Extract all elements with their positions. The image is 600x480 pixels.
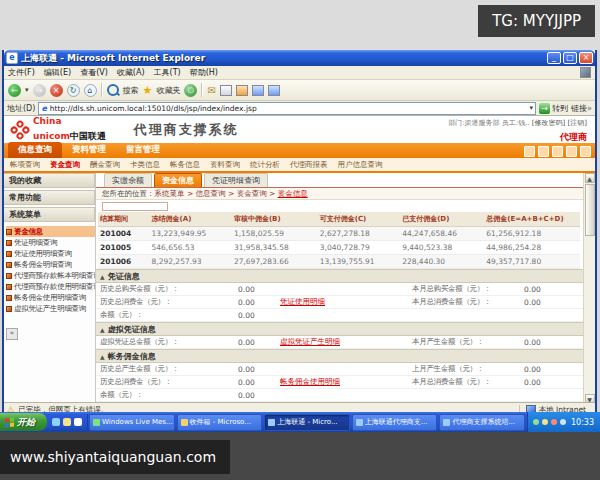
sidebar-item[interactable]: 帐务佣金明细查询 [6,259,95,270]
start-button[interactable]: 开始 [0,413,47,431]
tray-icon[interactable] [560,419,566,425]
sidebar-item[interactable]: 凭证明细查询 [6,237,95,248]
nav-tab-info-query[interactable]: 信息查询 [8,142,62,158]
tab-voucher-detail[interactable]: 凭证明细查询 [204,173,268,187]
portal-icon[interactable] [538,146,549,157]
nav-tab-message-mgmt[interactable]: 留言管理 [116,142,170,158]
sidebar-item[interactable]: 代理商预存款使用明细查询 [6,281,95,292]
search-icon[interactable] [107,84,119,96]
table-header-row: 结算期间 冻结佣金(A) 审核中佣金(B) 可支付佣金(C) 已支付佣金(D) … [98,212,580,227]
taskbar-button-ie[interactable]: 代理商支撑系统培... [439,414,525,431]
back-button[interactable] [8,84,21,97]
favorites-label[interactable]: 收藏夹 [156,85,180,96]
change-password-link[interactable]: [修改密码] [532,119,565,127]
edit-icon[interactable] [236,85,248,96]
section-header-virtual-voucher[interactable]: 虚拟凭证信息 [96,322,583,336]
subnav-item[interactable]: 统计分析 [250,160,280,170]
sidebar-item[interactable]: 虚拟凭证产生明细查询 [6,303,95,314]
virtual-voucher-detail-link[interactable]: 虚拟凭证产生明细 [280,337,412,347]
main-nav: 信息查询 资料管理 留言管理 [4,143,595,158]
subnav-item[interactable]: 资料查询 [210,160,240,170]
filter-box[interactable] [102,202,168,211]
page-scrollbar[interactable] [583,173,595,402]
subnav-item[interactable]: 酬金查询 [90,160,120,170]
portal-icon[interactable] [580,146,591,157]
subnav-item-funds-query[interactable]: 资金查询 [50,160,80,170]
history-icon[interactable] [184,84,197,97]
taskbar-button-ie[interactable]: 上海联通代理商支... [352,414,438,431]
subnav-item[interactable]: 卡类信息 [130,160,160,170]
maximize-button[interactable] [563,52,577,64]
sidebar-item-funds-info[interactable]: 资金信息 [6,226,95,237]
section-header-account-commission[interactable]: 帐务佣金信息 [96,349,583,363]
address-input[interactable]: e http://dls.sh.unicom.local:15010/dls/j… [38,102,536,115]
discuss-icon[interactable] [268,85,280,96]
voucher-usage-detail-link[interactable]: 凭证使用明细 [280,297,412,307]
quick-launch-icon[interactable] [74,418,82,426]
sidebar-section-favorites[interactable]: 我的收藏 [4,173,95,188]
go-button[interactable]: 转到 [539,103,568,114]
sidebar-item[interactable]: 凭证使用明细查询 [6,248,95,259]
breadcrumb-item-current[interactable]: 资金信息 [278,189,308,199]
breadcrumb-item[interactable]: 资金查询 [237,189,278,199]
sidebar-section-common[interactable]: 常用功能 [4,190,95,205]
menu-favorites[interactable]: 收藏(A) [117,67,145,78]
quick-launch-desktop-icon[interactable] [63,418,71,426]
minimize-button[interactable] [547,52,561,64]
menu-view[interactable]: 查看(V) [80,67,108,78]
breadcrumb-item[interactable]: 信息查询 [196,189,237,199]
home-button[interactable] [84,84,97,97]
favorites-icon[interactable] [143,84,153,97]
menu-help[interactable]: 帮助(H) [190,67,218,78]
section-row: 虚拟凭证总金额（元）： 0.00 虚拟凭证产生明细 本月产生金额（元）： 0.0… [96,336,583,349]
content-tabs: 实缴余额 资金信息 凭证明细查询 [96,173,583,188]
taskbar-button-ie-active[interactable]: 上海联通 - Micro... [264,414,350,431]
tray-icon[interactable] [533,419,539,425]
logout-link[interactable]: [注销] [568,119,587,127]
print-icon[interactable] [220,85,232,96]
title-bar[interactable]: e 上海联通 - Microsoft Internet Explorer [4,50,595,66]
scroll-up-icon[interactable] [585,173,595,183]
back-dropdown-icon[interactable] [25,86,29,94]
mail-icon[interactable] [207,85,215,96]
subnav-item[interactable]: 帐项查询 [10,160,40,170]
taskbar-button-messenger[interactable]: Windows Live Mes... [89,414,175,431]
tray-icon[interactable] [551,419,557,425]
menu-bar: 文件(F) 编辑(E) 查看(V) 收藏(A) 工具(T) 帮助(H) [4,66,595,80]
refresh-button[interactable] [67,84,80,97]
watermark-top: TG: MYYJJPP [478,5,595,37]
taskbar-button-inbox[interactable]: 收件箱 - Microso... [177,414,263,431]
sidebar-section-system-menu[interactable]: 系统菜单 [4,207,95,222]
stop-button[interactable] [50,84,63,97]
sidebar-collapse-button[interactable] [6,328,18,340]
address-dropdown-icon[interactable] [530,104,534,112]
scrollbar-thumb[interactable] [585,184,595,236]
commission-usage-detail-link[interactable]: 帐务佣金使用明细 [280,377,412,387]
subnav-item[interactable]: 帐务信息 [170,160,200,170]
menu-tools[interactable]: 工具(T) [154,67,181,78]
tab-funds-info[interactable]: 资金信息 [154,173,202,187]
messenger-icon[interactable] [252,85,264,96]
quick-launch-ie-icon[interactable] [52,418,60,426]
portal-icon[interactable] [566,146,577,157]
search-label[interactable]: 搜索 [123,85,139,96]
portal-icon[interactable] [552,146,563,157]
links-label[interactable]: 链接 [571,103,592,114]
tray-icon[interactable] [542,419,548,425]
section-header-voucher[interactable]: 凭证信息 [96,269,583,283]
forward-button[interactable] [33,84,46,97]
subnav-item[interactable]: 代理商报表 [290,160,328,170]
menu-edit[interactable]: 编辑(E) [44,67,71,78]
sidebar-item[interactable]: 代理商预存款帐本明细查询 [6,270,95,281]
sidebar: 我的收藏 常用功能 系统菜单 资金信息 凭证明细查询 凭证使用明细查询 [4,173,96,402]
nav-tab-data-mgmt[interactable]: 资料管理 [62,142,116,158]
scroll-down-icon[interactable] [585,394,595,402]
tab-paid-balance[interactable]: 实缴余额 [104,173,152,187]
close-button[interactable] [579,52,593,64]
ie-icon [443,419,450,426]
sidebar-item[interactable]: 帐务佣金使用明细查询 [6,292,95,303]
breadcrumb-item[interactable]: 系统菜单 [155,189,196,199]
subnav-item[interactable]: 用户信息查询 [338,160,383,170]
portal-icon[interactable] [524,146,535,157]
menu-file[interactable]: 文件(F) [8,67,35,78]
